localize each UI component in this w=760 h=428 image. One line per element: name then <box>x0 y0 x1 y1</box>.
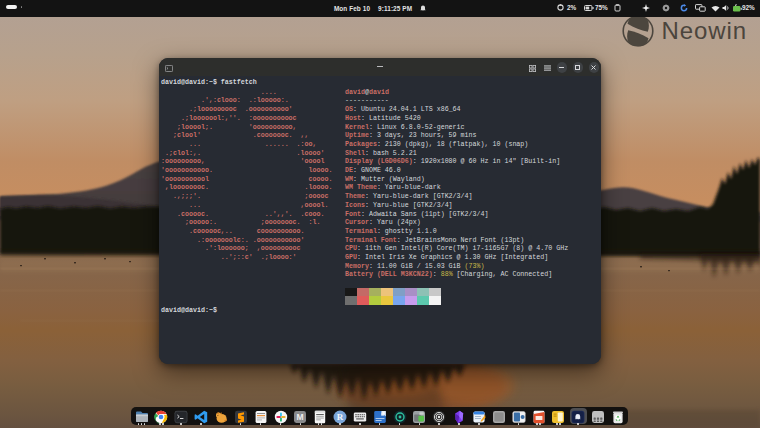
svg-text:M: M <box>297 412 304 422</box>
svg-text:R: R <box>337 412 344 422</box>
